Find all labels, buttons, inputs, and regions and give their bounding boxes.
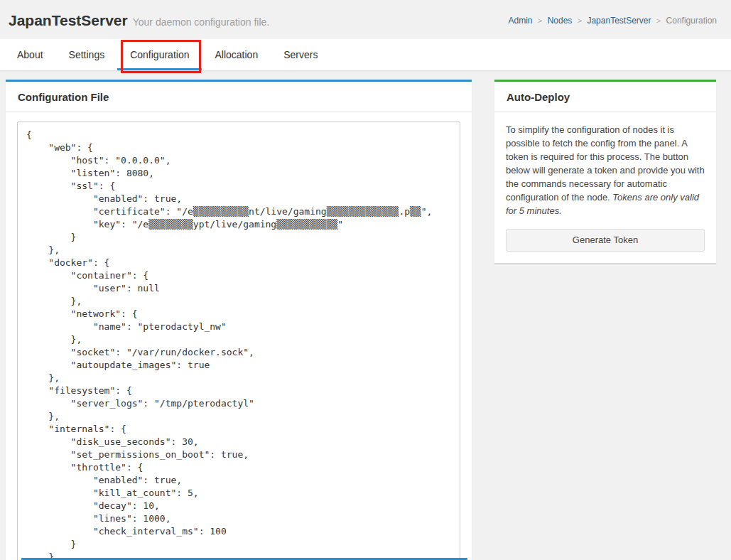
configuration-file-card-title: Configuration File bbox=[6, 82, 472, 112]
breadcrumb-separator: > bbox=[656, 16, 661, 25]
auto-deploy-card: Auto-Deploy To simplify the configuratio… bbox=[494, 80, 716, 264]
auto-deploy-card-body: To simplify the configuration of nodes i… bbox=[494, 112, 716, 263]
tab-allocation[interactable]: Allocation bbox=[202, 39, 271, 70]
page-title: JapanTestServer bbox=[9, 12, 128, 29]
breadcrumb-link-node-name[interactable]: JapanTestServer bbox=[587, 16, 651, 26]
auto-deploy-card-title: Auto-Deploy bbox=[494, 82, 716, 112]
tab-about[interactable]: About bbox=[4, 39, 56, 70]
breadcrumb-separator: > bbox=[578, 16, 582, 25]
generate-token-button[interactable]: Generate Token bbox=[506, 229, 705, 252]
main-content: Configuration File { "web": { "host": "0… bbox=[0, 71, 731, 560]
breadcrumb: Admin > Nodes > JapanTestServer > Config… bbox=[508, 16, 717, 26]
configuration-file-card-body: { "web": { "host": "0.0.0.0", "listen": … bbox=[6, 112, 472, 560]
tab-servers[interactable]: Servers bbox=[271, 39, 330, 70]
auto-deploy-description-text: To simplify the configuration of nodes i… bbox=[506, 124, 705, 203]
breadcrumb-link-nodes[interactable]: Nodes bbox=[548, 16, 573, 26]
tab-settings[interactable]: Settings bbox=[56, 39, 118, 70]
auto-deploy-description: To simplify the configuration of nodes i… bbox=[506, 123, 705, 217]
config-file-code[interactable]: { "web": { "host": "0.0.0.0", "listen": … bbox=[17, 122, 460, 560]
tab-configuration[interactable]: Configuration bbox=[117, 39, 202, 70]
configuration-file-card: Configuration File { "web": { "host": "0… bbox=[6, 80, 472, 560]
breadcrumb-separator: > bbox=[538, 16, 542, 25]
page: JapanTestServer Your daemon configuratio… bbox=[0, 0, 731, 560]
page-title-group: JapanTestServer Your daemon configuratio… bbox=[9, 12, 269, 29]
page-header: JapanTestServer Your daemon configuratio… bbox=[0, 0, 731, 39]
tab-bar: About Settings Configuration Allocation … bbox=[0, 39, 731, 71]
breadcrumb-link-admin[interactable]: Admin bbox=[508, 16, 532, 26]
page-subtitle: Your daemon configuration file. bbox=[133, 16, 270, 28]
breadcrumb-current: Configuration bbox=[666, 16, 717, 26]
